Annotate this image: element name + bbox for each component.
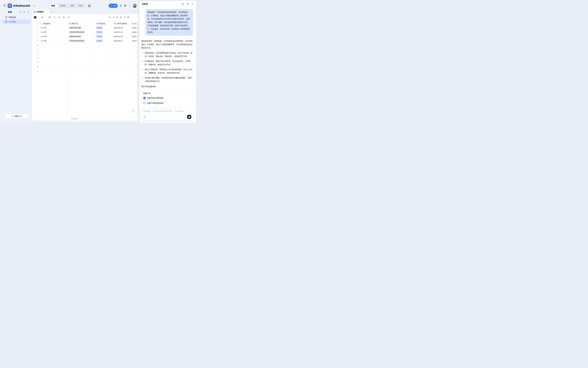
- share-button[interactable]: 分享: [109, 4, 118, 8]
- view-more-icon[interactable]: [45, 11, 47, 13]
- help-button[interactable]: ?: [131, 109, 135, 113]
- table-toolbar-right: [109, 14, 129, 21]
- filter-icon[interactable]: [53, 16, 56, 18]
- cell-sample-id[interactable]: sz_001: [41, 27, 46, 29]
- cell-start-date[interactable]: 2025-09-17: [114, 40, 123, 42]
- mode-tabs: 数据 自动化 应用 表单: [49, 3, 86, 8]
- field-config-icon[interactable]: [48, 16, 51, 18]
- cell-product-pill[interactable]: 便携式迷你风扇: [68, 27, 82, 29]
- attachment-button[interactable]: [143, 115, 147, 119]
- ai-panel-title: AI助理: [142, 3, 148, 5]
- record-count[interactable]: 12条记录: [71, 118, 80, 120]
- cell-sample-id[interactable]: sz_003: [41, 35, 46, 37]
- undo-icon[interactable]: [109, 16, 111, 18]
- table-row[interactable]: 2 sz_002 天然有机护肤品套装 已完成 2025-07-21 2025-0…: [33, 30, 138, 34]
- sidebar-item-sampling[interactable]: 打样跟进: [2, 19, 31, 24]
- more-icon[interactable]: [129, 4, 131, 7]
- cell-start-date[interactable]: 2025-07-21: [114, 31, 123, 33]
- column-header[interactable]: 样品编号: [43, 22, 50, 25]
- cell-product-pill[interactable]: 天然有机护肤品套装: [68, 31, 85, 34]
- chevron-down-icon[interactable]: [189, 92, 191, 94]
- comment-icon[interactable]: [127, 16, 129, 18]
- table-row[interactable]: 1 sz_001 便携式迷你风扇 已完成 2025-06-13 2025-06: [33, 26, 138, 30]
- cell-start-date[interactable]: 2025-08-22: [114, 36, 123, 37]
- column-divider: [112, 21, 112, 78]
- ai-input[interactable]: [143, 110, 191, 114]
- sidebar-add-icon[interactable]: [23, 11, 25, 13]
- views-chevron-down-icon[interactable]: [133, 11, 135, 13]
- task-item: 创建打样跟进数据表: [143, 102, 191, 104]
- share-icon: [110, 5, 112, 7]
- table-row-empty[interactable]: 7: [33, 52, 138, 56]
- tab-apps[interactable]: 应用: [68, 4, 77, 8]
- table-row-empty[interactable]: 9: [33, 60, 138, 65]
- hamburger-menu-icon[interactable]: [3, 4, 6, 6]
- row-height-icon[interactable]: [63, 16, 65, 18]
- close-icon[interactable]: [192, 3, 194, 5]
- view-tab-all-data[interactable]: 全部数据: [32, 10, 49, 14]
- edit-record-icon[interactable]: [120, 16, 122, 18]
- table-icon: [5, 16, 7, 18]
- app-logo[interactable]: [8, 4, 12, 8]
- cell-sample-id[interactable]: sz_004: [41, 40, 46, 42]
- task-progress-icon: [143, 102, 146, 104]
- table-icon: [5, 21, 7, 23]
- new-chat-icon[interactable]: [182, 3, 184, 5]
- cell-product-pill[interactable]: 天然有机护肤品套装: [68, 39, 85, 42]
- cell-status-pill[interactable]: 已完成: [96, 39, 103, 42]
- stop-button[interactable]: [187, 115, 191, 119]
- sidebar-collapse-icon[interactable]: [27, 11, 29, 13]
- search-icon[interactable]: [123, 16, 126, 18]
- sidebar-search-icon[interactable]: [19, 11, 21, 13]
- sidebar-section-label: 数据: [8, 11, 12, 13]
- table-row-empty[interactable]: 10: [33, 65, 138, 69]
- cell-status-pill[interactable]: 已完成: [96, 31, 103, 34]
- ai-bullet: 选品池已通过视图：在周选品池表中创建筛选视图，只显示已通过审核的产品: [141, 76, 193, 83]
- cell-status-pill[interactable]: 已完成: [96, 27, 103, 29]
- avatar[interactable]: [133, 4, 137, 8]
- table-row-empty[interactable]: 8: [33, 56, 138, 60]
- column-header[interactable]: 关联产品: [71, 22, 78, 25]
- ai-intro: 根据您的需求，我将搭建一个跨境电商选品管理系统，包含周选品池、打样跟进、新品上市…: [141, 39, 193, 50]
- add-record-button[interactable]: [34, 16, 36, 19]
- vertical-scrollbar[interactable]: [137, 21, 138, 117]
- column-header[interactable]: 样品状态: [98, 22, 105, 25]
- paperclip-icon: [144, 116, 146, 118]
- share-label: 分享: [113, 4, 116, 7]
- table-row-empty[interactable]: 6: [33, 47, 138, 52]
- history-icon[interactable]: [187, 3, 189, 5]
- extensions-icon[interactable]: [120, 4, 122, 7]
- theme-toggle-icon[interactable]: [87, 3, 92, 8]
- tab-automation[interactable]: 自动化: [58, 4, 68, 8]
- row-number: 4: [36, 40, 39, 42]
- column-header[interactable]: 打样开始时间: [116, 22, 127, 25]
- paint-fill-icon[interactable]: [67, 16, 70, 18]
- cell-status-pill[interactable]: 已完成: [96, 35, 103, 38]
- permissions-icon[interactable]: [124, 4, 126, 7]
- task-done-icon: [143, 97, 146, 99]
- select-all-checkbox[interactable]: [36, 22, 38, 24]
- table-row[interactable]: 3 sz_003 智能温控保温杯 已完成 2025-08-22 2025-08: [33, 34, 138, 39]
- favorite-star-icon[interactable]: [33, 4, 35, 7]
- tab-forms[interactable]: 表单: [77, 4, 85, 8]
- history-alarm-icon[interactable]: [116, 16, 118, 18]
- user-message-bubble: 帮我搭建一个跨境电商选品管理系统，包含周选品池、打样跟进、新品上市跟进销量管理。…: [145, 9, 193, 36]
- table-row-empty[interactable]: 5: [33, 43, 138, 47]
- table-row[interactable]: 4 sz_004 天然有机护肤品套装 已完成 2025-09-17 2025-0…: [33, 39, 138, 43]
- plus-icon: [37, 70, 39, 72]
- sidebar-item-label: 打样跟进: [9, 20, 16, 23]
- add-view-icon[interactable]: [51, 11, 53, 13]
- redo-icon[interactable]: [112, 16, 115, 18]
- sidebar-item-weekly-pool[interactable]: 周选品池: [2, 15, 31, 19]
- tab-data[interactable]: 数据: [49, 4, 58, 8]
- add-row-button[interactable]: [33, 69, 138, 74]
- settings-icon[interactable]: [41, 16, 44, 18]
- new-import-button[interactable]: 新建/导入: [4, 114, 29, 119]
- cell-start-date[interactable]: 2025-06-13: [114, 27, 123, 29]
- cell-sample-id[interactable]: sz_002: [41, 31, 46, 33]
- cell-product-pill[interactable]: 智能温控保温杯: [68, 35, 82, 38]
- ai-bullet: 新品上市跟进表：管理新品上市后的销售数据，包含上市日期、销量数据、库存状态、销售…: [141, 68, 193, 75]
- row-number: 3: [36, 35, 39, 37]
- row-number: 9: [36, 62, 39, 64]
- sort-icon[interactable]: [58, 16, 60, 18]
